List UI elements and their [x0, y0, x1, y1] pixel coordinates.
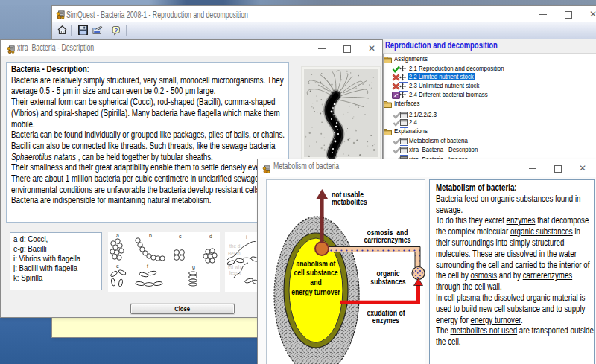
svg-text:Bel m: Bel m	[228, 251, 241, 256]
svg-text:b: b	[149, 233, 152, 238]
svg-text:?: ?	[114, 27, 118, 33]
svg-text:the d: the d	[229, 243, 241, 249]
svg-text:enzymes: enzymes	[372, 317, 399, 325]
svg-text:e: e	[116, 264, 119, 269]
svg-text:c: c	[179, 234, 182, 239]
svg-text:energy turnover: energy turnover	[291, 289, 340, 297]
svg-text:ed wh: ed wh	[228, 264, 241, 269]
svg-text:g: g	[192, 264, 195, 270]
svg-text:d: d	[209, 234, 212, 239]
svg-text:i: i	[246, 234, 247, 240]
svg-text:metabolites: metabolites	[332, 199, 367, 207]
svg-text:exudation of: exudation of	[367, 309, 405, 317]
svg-text:carrierenzymes: carrierenzymes	[364, 237, 410, 245]
svg-text:organic: organic	[376, 270, 399, 278]
svg-text:osmosis and: osmosis and	[367, 229, 408, 237]
svg-text:a: a	[116, 233, 119, 238]
svg-text:anabolism of: anabolism of	[297, 260, 337, 268]
svg-text:f: f	[147, 264, 148, 269]
svg-text:and: and	[310, 279, 322, 287]
svg-text:less t: less t	[229, 270, 241, 275]
svg-text:substances: substances	[370, 278, 405, 286]
svg-text:cell substance: cell substance	[294, 269, 337, 277]
svg-text:not usable: not usable	[332, 191, 364, 199]
